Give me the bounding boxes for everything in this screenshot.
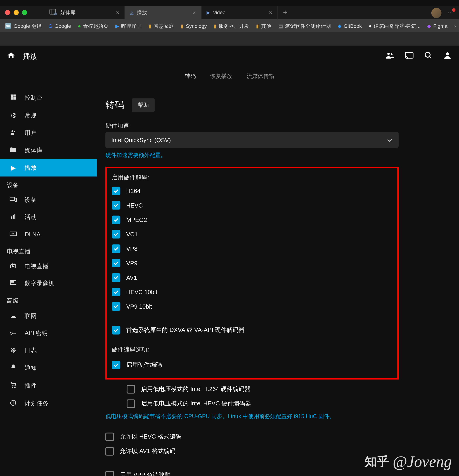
sidebar-item-library[interactable]: 媒体库 [0,142,97,159]
sidebar-item-playback[interactable]: ▶播放 [0,159,97,177]
help-button[interactable]: 帮助 [132,98,155,112]
gear-icon: ⚙ [9,111,17,119]
bookmarks-overflow-icon[interactable]: › [454,23,456,29]
tab-label: video [213,9,225,15]
sidebar-item-dvr[interactable]: 数字录像机 [0,275,97,292]
decode-codec-checkbox[interactable]: VP9 10bit [112,299,392,314]
cast-icon[interactable] [405,51,414,62]
sidebar-item-dashboard[interactable]: 控制台 [0,89,97,107]
checkbox-icon [112,288,120,296]
bookmark-item[interactable]: ▮智慧家庭 [148,23,174,30]
sidebar-item-users[interactable]: 用户 [0,124,97,142]
svg-rect-10 [13,96,16,100]
prefer-native-checkbox[interactable]: 首选系统原生的 DXVA 或 VA-API 硬件解码器 [112,323,392,338]
sidebar-item-logs[interactable]: ❋日志 [0,342,97,359]
content-title: 转码 [105,99,124,111]
sidebar-heading-devices: 设备 [0,177,97,192]
clock-icon [9,400,17,408]
sidebar-heading-advanced: 高级 [0,292,97,307]
checkbox-icon [112,361,120,369]
new-tab-button[interactable]: + [278,8,293,17]
sidebar-toggle-icon[interactable] [49,9,56,17]
sidebar-item-livetv[interactable]: 电视直播 [0,258,97,275]
dashboard-icon [9,94,17,102]
allow-av1-checkbox[interactable]: 允许以 AV1 格式编码 [105,444,398,459]
play-icon: ▶ [9,164,17,172]
svg-rect-18 [14,214,15,219]
bookmark-item[interactable]: ▮Synology [181,23,207,29]
cloud-icon: ☁ [9,312,17,320]
bookmark-item[interactable]: ▤笔记软件全测评计划 [278,23,331,30]
bookmark-item[interactable]: ▮其他 [256,23,271,30]
select-value: Intel QuickSync (QSV) [111,136,171,143]
sidebar-item-tasks[interactable]: 计划任务 [0,395,97,413]
sidebar-item-general[interactable]: ⚙常规 [0,107,97,124]
decode-codec-checkbox[interactable]: MPEG2 [112,212,392,227]
sidebar-item-activity[interactable]: 活动 [0,209,97,226]
bookmarks-bar: 🔤Google 翻译 GGoogle ●青柠起始页 ▶哔哩哔哩 ▮智慧家庭 ▮S… [0,20,459,32]
content-area: 转码 帮助 硬件加速: Intel QuickSync (QSV) 硬件加速需要… [97,86,416,476]
close-tab-icon[interactable]: × [269,9,272,16]
enable-encode-checkbox[interactable]: 启用硬件编码 [112,358,392,372]
svg-point-13 [14,131,15,132]
decode-codec-checkbox[interactable]: AV1 [112,271,392,285]
forward-button[interactable]: → [17,9,24,17]
checkbox-icon [105,471,114,476]
browser-tab-2[interactable]: ▶ video × [201,6,278,19]
checkbox-icon [112,187,120,195]
decode-codec-checkbox[interactable]: HEVC [112,198,392,213]
svg-point-5 [425,52,430,57]
search-icon[interactable] [424,51,433,61]
home-icon[interactable] [7,51,15,61]
svg-rect-8 [11,94,13,97]
decode-codec-checkbox[interactable]: VP8 [112,241,392,256]
bookmark-item[interactable]: ▮服务器、开发 [214,23,249,30]
sidebar-item-apikey[interactable]: API 密钥 [0,325,97,342]
decode-codec-checkbox[interactable]: HEVC 10bit [112,285,392,299]
checkbox-icon [112,259,120,267]
bookmark-item[interactable]: ▶哔哩哔哩 [115,23,142,30]
lowpower-hevc-checkbox[interactable]: 启用低电压模式的 Intel HEVC 硬件编码器 [105,396,398,411]
svg-point-2 [387,53,390,55]
checkbox-icon [105,447,114,455]
bookmark-item[interactable]: ●青柠起始页 [78,23,108,30]
sidebar-item-network[interactable]: ☁联网 [0,307,97,325]
sidebar-item-plugins[interactable]: 插件 [0,377,97,395]
sidebar-item-devices[interactable]: 设备 [0,192,97,209]
subnav-tab-streaming[interactable]: 流媒体传输 [247,72,274,80]
browser-tab-0[interactable]: ◬ 媒体库 × [48,6,125,19]
hw-accel-select[interactable]: Intel QuickSync (QSV) [105,132,398,148]
subnav-tab-resume[interactable]: 恢复播放 [210,72,232,80]
allow-hevc-checkbox[interactable]: 允许以 HEVC 格式编码 [105,430,398,444]
close-tab-icon[interactable]: × [116,9,119,16]
back-button[interactable]: ← [5,9,11,17]
input-icon [9,230,17,238]
sidebar-item-dlna[interactable]: DLNA [0,226,97,243]
highlighted-settings-box: 启用硬件解码: H264HEVCMPEG2VC1VP8VP9AV1HEVC 10… [105,167,398,379]
checkbox-icon [112,273,120,282]
users-icon[interactable] [385,51,394,62]
checkbox-icon [127,385,135,393]
decode-codec-checkbox[interactable]: VC1 [112,227,392,242]
subnav-tab-transcode[interactable]: 转码 [185,72,196,80]
decode-codec-checkbox[interactable]: H264 [112,184,392,198]
sidebar-item-notify[interactable]: 通知 [0,359,97,377]
account-icon[interactable] [443,51,452,62]
lowpower-h264-checkbox[interactable]: 启用低电压模式的 Intel H.264 硬件编码器 [105,382,398,397]
svg-point-7 [446,52,449,55]
vpp-checkbox[interactable]: 启用 VPP 色调映射 [105,468,398,476]
bookmark-item[interactable]: 🔤Google 翻译 [5,23,42,30]
enable-decode-label: 启用硬件解码: [112,174,392,182]
tab-label: 媒体库 [61,9,76,16]
hw-accel-note[interactable]: 硬件加速需要额外配置。 [105,152,398,159]
close-tab-icon[interactable]: × [192,9,196,16]
checkbox-icon [112,201,120,210]
bookmark-item[interactable]: GGoogle [48,23,71,29]
profile-avatar[interactable] [431,8,442,18]
decode-codec-checkbox[interactable]: VP9 [112,256,392,271]
bookmark-item[interactable]: ◆GitBook [338,23,362,29]
browser-tab-1[interactable]: ◬ 播放 × [125,6,201,19]
menu-button[interactable]: ⋯ [448,9,454,17]
bookmark-item[interactable]: ◆Figma [427,23,447,29]
bookmark-item[interactable]: ●建筑曲奇导航-建筑... [369,23,421,30]
